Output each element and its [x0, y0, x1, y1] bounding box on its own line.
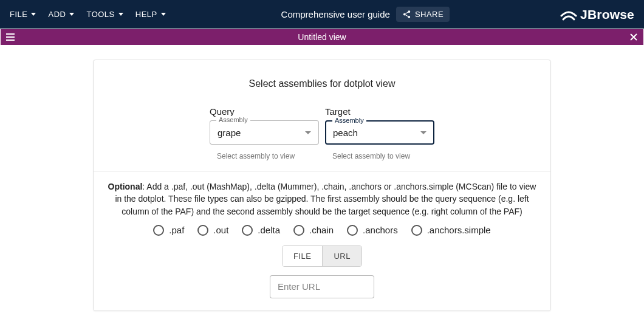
target-assembly-select[interactable]: Assembly peach — [325, 120, 434, 145]
svg-point-0 — [408, 10, 410, 13]
toggle-url[interactable]: URL — [322, 246, 361, 266]
hamburger-icon — [6, 33, 15, 41]
optional-strong: Optional — [108, 182, 143, 191]
filetype-radio-row: .paf .out .delta .chain .anchors — [104, 225, 540, 236]
radio-out[interactable]: .out — [197, 225, 228, 236]
logo: JBrowse — [560, 7, 634, 22]
menu-file[interactable]: FILE — [5, 6, 41, 22]
radio-chain[interactable]: .chain — [293, 225, 334, 236]
source-toggle-row: FILE URL — [104, 245, 540, 267]
optional-body: : Add a .paf, .out (MashMap), .delta (Mu… — [115, 182, 536, 216]
caret-down-icon — [31, 13, 36, 16]
radio-anchors-simple[interactable]: .anchors.simple — [411, 225, 491, 236]
svg-rect-4 — [6, 36, 15, 38]
query-assembly-select[interactable]: Assembly grape — [210, 120, 319, 145]
radio-icon — [347, 225, 358, 236]
chevron-down-icon — [305, 131, 311, 134]
svg-rect-5 — [6, 39, 15, 41]
guide-text: Comprehensive user guide — [281, 9, 390, 19]
radio-label: .anchors.simple — [427, 225, 491, 235]
caret-down-icon — [118, 13, 123, 16]
main-content: Select assemblies for dotplot view Query… — [0, 45, 644, 316]
radio-label: .out — [213, 225, 228, 235]
source-toggle: FILE URL — [282, 245, 362, 267]
svg-rect-3 — [6, 33, 15, 35]
menu-tools[interactable]: TOOLS — [81, 6, 128, 22]
radio-delta[interactable]: .delta — [242, 225, 280, 236]
target-floating-label: Assembly — [332, 117, 366, 124]
radio-anchors[interactable]: .anchors — [347, 225, 398, 236]
caret-down-icon — [161, 13, 166, 16]
svg-point-2 — [408, 16, 410, 18]
url-input[interactable] — [270, 275, 374, 298]
logo-icon — [560, 7, 577, 22]
radio-paf[interactable]: .paf — [153, 225, 184, 236]
menu-tools-label: TOOLS — [86, 10, 114, 19]
close-icon — [630, 33, 637, 41]
svg-point-1 — [403, 13, 406, 16]
dotplot-setup-card: Select assemblies for dotplot view Query… — [93, 60, 551, 311]
target-helper: Select assembly to view — [325, 152, 434, 160]
menu-add-label: ADD — [48, 10, 66, 19]
view-title: Untitled view — [16, 32, 628, 42]
appbar-center: Comprehensive user guide SHARE — [171, 7, 560, 22]
radio-icon — [197, 225, 208, 236]
menu-file-label: FILE — [10, 10, 27, 19]
query-helper: Select assembly to view — [210, 152, 319, 160]
radio-icon — [293, 225, 304, 236]
query-label: Query — [210, 106, 319, 117]
query-block: Query Assembly grape Select assembly to … — [210, 106, 319, 160]
radio-icon — [242, 225, 253, 236]
url-row — [104, 275, 540, 298]
toggle-file[interactable]: FILE — [283, 246, 322, 266]
share-icon — [402, 10, 411, 19]
hamburger-button[interactable] — [4, 31, 16, 43]
optional-text: Optional: Add a .paf, .out (MashMap), .d… — [104, 180, 540, 218]
radio-label: .delta — [258, 225, 280, 235]
target-label: Target — [325, 106, 434, 117]
radio-label: .anchors — [363, 225, 398, 235]
card-title: Select assemblies for dotplot view — [108, 78, 536, 89]
menu-help[interactable]: HELP — [131, 6, 171, 22]
target-value: peach — [333, 128, 420, 138]
view-bar: Untitled view — [1, 29, 643, 45]
target-block: Target Assembly peach Select assembly to… — [325, 106, 434, 160]
menu-help-label: HELP — [135, 10, 157, 19]
caret-down-icon — [69, 13, 74, 16]
menu-add[interactable]: ADD — [43, 6, 79, 22]
close-view-button[interactable] — [628, 31, 640, 43]
assembly-selectors: Query Assembly grape Select assembly to … — [108, 106, 536, 160]
radio-icon — [411, 225, 422, 236]
share-button[interactable]: SHARE — [396, 7, 450, 22]
card-bottom: Optional: Add a .paf, .out (MashMap), .d… — [94, 172, 550, 310]
query-value: grape — [218, 128, 305, 138]
app-bar: FILE ADD TOOLS HELP Comprehensive user g… — [0, 0, 644, 29]
radio-icon — [153, 225, 164, 236]
radio-label: .chain — [309, 225, 334, 235]
query-floating-label: Assembly — [216, 116, 250, 123]
card-top: Select assemblies for dotplot view Query… — [94, 60, 550, 172]
logo-text: JBrowse — [580, 7, 634, 22]
chevron-down-icon — [420, 131, 426, 134]
share-label: SHARE — [415, 10, 444, 19]
radio-label: .paf — [169, 225, 184, 235]
menu-group: FILE ADD TOOLS HELP — [5, 6, 171, 22]
